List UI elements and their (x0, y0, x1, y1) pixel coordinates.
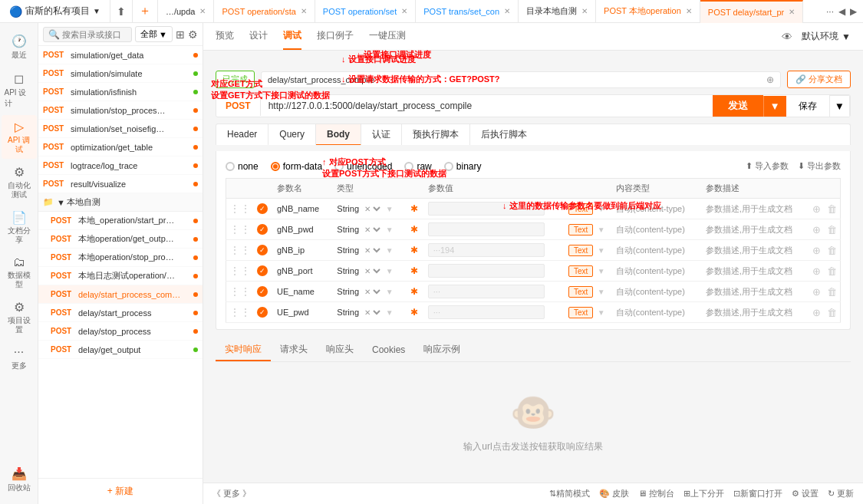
param-value-input[interactable] (428, 285, 545, 298)
list-item[interactable]: POST 本地_operation/start_pr… (38, 212, 203, 230)
nav-recycle-bin[interactable]: 📥 回收站 (2, 462, 37, 498)
add-new-button[interactable]: + 新建 (38, 478, 203, 504)
close-icon[interactable]: ✕ (686, 7, 692, 15)
resp-tab-req-headers[interactable]: 请求头 (271, 339, 317, 361)
list-item[interactable]: POST delay/stop_process (38, 322, 203, 341)
param-type-select[interactable]: ✕ (361, 225, 383, 235)
list-item[interactable]: POST 本地operation/stop_pro… (38, 249, 203, 267)
tab-local-test[interactable]: 目录本地自测 ✕ (519, 0, 596, 23)
export-params-button[interactable]: ⬇ 导出参数 (798, 160, 841, 172)
compact-mode-button[interactable]: ⇅精简模式 (549, 488, 590, 499)
list-item[interactable]: POST delay/get_output (38, 341, 203, 359)
copy-icon[interactable]: ⊕ (812, 224, 821, 236)
tab-operation[interactable]: POST 本地operation ✕ (596, 0, 700, 23)
list-item[interactable]: POST simulation/stop_proces… (38, 101, 203, 120)
body-type-binary[interactable]: binary (444, 161, 482, 172)
list-item[interactable]: POST simulation/get_data (38, 46, 203, 64)
param-type-select[interactable]: ✕ (361, 287, 383, 297)
prev-tab-icon[interactable]: ◀ (838, 6, 845, 17)
nav-auto-test[interactable]: ⚙ 自动化测试 (2, 160, 37, 204)
send-dropdown-button[interactable]: ▼ (763, 96, 786, 117)
param-value-input[interactable] (428, 305, 545, 319)
tab-operation-sta[interactable]: POST operation/sta ✕ (214, 0, 315, 23)
expand-icon[interactable]: ⊕ (766, 74, 774, 85)
param-value-input[interactable] (428, 222, 545, 236)
req-tab-auth[interactable]: 认证 (361, 124, 402, 145)
param-type-select[interactable]: ✕ (361, 266, 383, 276)
import-params-button[interactable]: ⬆ 导入参数 (746, 160, 789, 172)
local-folder[interactable]: 📁 ▼ 本地自测 (38, 193, 203, 212)
drag-handle[interactable]: ⋮⋮ (229, 285, 251, 298)
drag-handle[interactable]: ⋮⋮ (229, 306, 251, 318)
drag-handle[interactable]: ⋮⋮ (229, 244, 251, 256)
param-enable-toggle[interactable]: ✓ (257, 203, 268, 214)
param-type-select[interactable]: ✕ (361, 204, 383, 214)
close-icon[interactable]: ✕ (789, 8, 795, 16)
close-icon[interactable]: ✕ (504, 7, 510, 15)
list-item[interactable]: POST logtrace/log_trace (38, 156, 203, 175)
list-item[interactable]: POST simulation/simulate (38, 64, 203, 83)
settings-bottom-button[interactable]: ⚙ 设置 (792, 488, 819, 499)
delete-icon[interactable]: 🗑 (827, 245, 837, 256)
delete-icon[interactable]: 🗑 (827, 265, 837, 277)
list-item[interactable]: POST 本地operation/get_outp… (38, 230, 203, 249)
list-item[interactable]: POST optimization/get_table (38, 138, 203, 156)
send-button[interactable]: 发送 (713, 94, 763, 117)
resp-tab-resp-headers[interactable]: 响应头 (317, 339, 363, 361)
tab-preview[interactable]: 预览 (216, 23, 234, 50)
list-item[interactable]: POST simulation/set_noisefig… (38, 120, 203, 138)
list-item[interactable]: POST delay/start_process (38, 304, 203, 322)
drag-handle[interactable]: ⋮⋮ (229, 223, 251, 236)
copy-icon[interactable]: ⊕ (812, 245, 821, 256)
more-tabs-icon[interactable]: ··· (826, 6, 834, 17)
add-tab-button[interactable]: ＋ (133, 0, 158, 23)
tab-operation-set[interactable]: POST operation/set ✕ (315, 0, 416, 23)
share-doc-button[interactable]: 🔗 分享文档 (787, 71, 851, 88)
env-select[interactable]: 默认环境 ▼ (802, 30, 851, 43)
copy-icon[interactable]: ⊕ (812, 203, 821, 215)
req-tab-pre-script[interactable]: 预执行脚本 (402, 124, 470, 145)
list-item[interactable]: POST simulation/isfinish (38, 83, 203, 101)
settings-icon[interactable]: ⚙ (188, 28, 198, 41)
sort-icon[interactable]: ⊞ (176, 28, 185, 41)
list-item-active[interactable]: POST delay/start_process_com… (38, 285, 203, 304)
nav-api-design[interactable]: ◻ API 设计 (2, 67, 37, 114)
copy-icon[interactable]: ⊕ (812, 286, 821, 298)
drag-handle[interactable]: ⋮⋮ (229, 203, 251, 215)
req-tab-post-script[interactable]: 后执行脚本 (470, 124, 538, 145)
tab-delay-start[interactable]: POST delay/start_pr ✕ (700, 0, 803, 23)
close-icon[interactable]: ✕ (581, 7, 588, 15)
tab-stress-test[interactable]: 一键压测 (369, 23, 406, 50)
nav-more[interactable]: ··· 更多 (2, 341, 37, 376)
param-value-input[interactable] (428, 243, 545, 257)
close-icon[interactable]: ✕ (401, 7, 407, 15)
copy-icon[interactable]: ⊕ (812, 265, 821, 277)
resp-tab-examples[interactable]: 响应示例 (414, 339, 469, 361)
copy-icon[interactable]: ⊕ (812, 307, 821, 318)
all-filter-button[interactable]: 全部▼ (135, 26, 173, 42)
body-type-none[interactable]: none (226, 161, 259, 172)
save-dropdown-button[interactable]: ▼ (830, 95, 850, 117)
delete-icon[interactable]: 🗑 (827, 286, 837, 298)
project-name[interactable]: 🔵 宙斯的私有项目 ▼ (0, 0, 110, 23)
req-tab-query[interactable]: Query (268, 124, 316, 145)
tab-trans-set-con[interactable]: POST trans/set_con ✕ (416, 0, 519, 23)
visibility-icon[interactable]: 👁 (782, 31, 792, 43)
skin-button[interactable]: 🎨 皮肤 (599, 488, 629, 499)
resp-tab-cookies[interactable]: Cookies (363, 341, 414, 361)
param-type-select[interactable]: ✕ (361, 308, 383, 318)
tab-design[interactable]: 设计 (249, 23, 268, 50)
nav-project-settings[interactable]: ⚙ 项目设置 (2, 295, 37, 339)
next-tab-icon[interactable]: ▶ (850, 6, 857, 17)
delete-icon[interactable]: 🗑 (827, 307, 837, 318)
upload-icon[interactable]: ⬆ (110, 0, 133, 23)
close-icon[interactable]: ✕ (199, 7, 206, 15)
save-button[interactable]: 保存 (786, 94, 830, 117)
nav-data-model[interactable]: 🗂 数据模型 (2, 251, 37, 294)
update-button[interactable]: ↻ 更新 (828, 488, 854, 499)
close-icon[interactable]: ✕ (301, 7, 307, 15)
param-type-select[interactable]: ✕ (361, 245, 383, 255)
resp-tab-realtime[interactable]: 实时响应 (216, 339, 271, 361)
param-enable-toggle[interactable]: ✓ (257, 265, 268, 276)
req-tab-body[interactable]: Body (316, 124, 361, 145)
